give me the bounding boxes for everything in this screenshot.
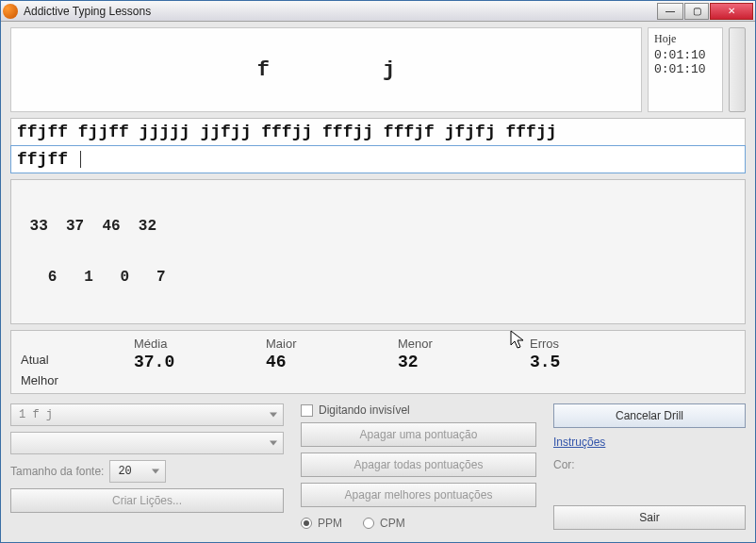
stats-header-menor: Menor [398,337,530,351]
timer-label: Hoje [654,32,716,46]
font-size-label: Tamanho da fonte: [10,465,104,478]
timer-value-2: 0:01:10 [654,62,716,76]
radio-icon [363,518,374,529]
scrollbar[interactable] [729,27,746,112]
cpm-radio[interactable]: CPM [363,517,405,530]
lesson-key-left: f [257,58,270,82]
delete-best-scores-button[interactable]: Apagar melhores pontuações [301,483,536,507]
stats-row-melhor: Melhor [21,373,134,387]
cancel-drill-button[interactable]: Cancelar Drill [553,403,746,428]
secondary-select[interactable] [10,432,284,454]
chevron-down-icon [270,441,277,446]
exit-button[interactable]: Sair [553,505,746,530]
delete-all-scores-button[interactable]: Apagar todas pontuações [301,452,536,477]
content-area: f j Hoje 0:01:10 0:01:10 ffjff fjjff jjj… [1,22,755,542]
stats-header-maior: Maior [266,337,398,351]
radio-icon [301,518,312,529]
stats-header-media: Média [134,337,266,351]
chevron-down-icon [270,413,277,418]
maximize-button[interactable]: ▢ [684,3,709,20]
window-title: Addictive Typing Lessons [24,5,151,18]
create-lessons-button[interactable]: Criar Lições... [10,488,284,513]
stats-numbers: 33 37 46 32 6 1 0 7 [10,179,746,324]
lesson-key-right: j [383,58,395,82]
numbers-row-2: 6 1 0 7 [21,269,735,286]
stats-panel: Média Maior Menor Erros Atual 37.0 46 32… [10,330,746,394]
stats-media: 37.0 [134,353,266,371]
invisible-typing-checkbox[interactable]: Digitando invisível [301,403,410,417]
stats-maior: 46 [266,353,398,371]
invisible-typing-label: Digitando invisível [319,403,410,417]
numbers-row-1: 33 37 46 32 [21,218,735,235]
stats-menor: 32 [398,353,530,371]
stats-header-erros: Erros [530,337,662,351]
stats-erros: 3.5 [530,353,662,371]
close-button[interactable]: ✕ [710,3,753,20]
firefox-icon [3,4,18,19]
lesson-display: f j [10,27,642,112]
chevron-down-icon [152,469,159,474]
color-label: Cor: [553,458,746,471]
timer-panel: Hoje 0:01:10 0:01:10 [648,27,723,112]
font-size-select[interactable]: 20 [109,460,166,483]
ppm-radio[interactable]: PPM [301,517,342,530]
target-text: ffjff fjjff jjjjj jjfjj fffjj fffjj fffj… [11,119,745,146]
checkbox-icon [301,404,313,417]
stats-row-atual: Atual [21,353,134,371]
delete-one-score-button[interactable]: Apagar uma pontuação [301,422,536,447]
titlebar: Addictive Typing Lessons — ▢ ✕ [1,1,755,22]
timer-value-1: 0:01:10 [654,48,716,62]
lesson-select[interactable]: 1 f j [10,403,284,426]
typing-area: ffjff fjjff jjjjj jjfjj fffjj fffjj fffj… [10,118,746,173]
app-window: Addictive Typing Lessons — ▢ ✕ f j Hoje … [0,0,756,543]
minimize-button[interactable]: — [657,3,683,20]
typed-input[interactable]: ffjff [10,145,746,173]
instructions-link[interactable]: Instruções [553,436,746,449]
